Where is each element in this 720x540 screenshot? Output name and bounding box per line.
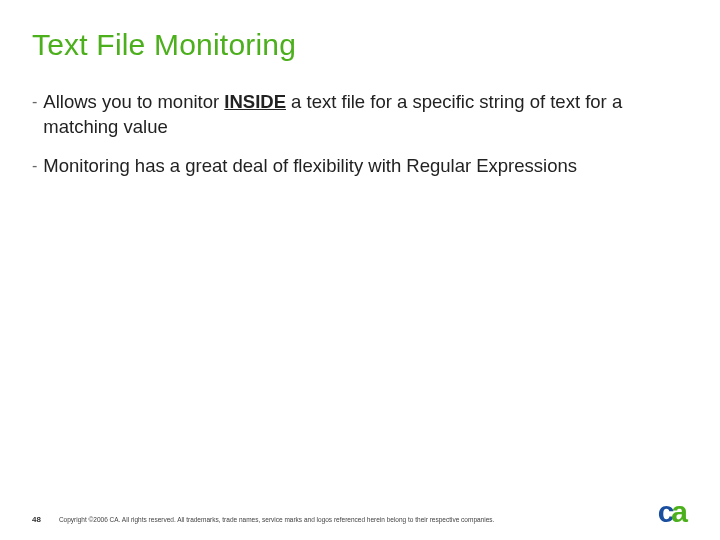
bullet-text-pre: Monitoring has a great deal of flexibili… — [43, 155, 577, 176]
bullet-dash-icon: - — [32, 90, 37, 140]
copyright-text: Copyright ©2006 CA. All rights reserved.… — [59, 516, 494, 523]
ca-logo: ca — [658, 500, 688, 524]
bullet-item: - Allows you to monitor INSIDE a text fi… — [32, 90, 688, 140]
logo-letter-a: a — [671, 500, 688, 524]
bullet-list: - Allows you to monitor INSIDE a text fi… — [32, 90, 688, 179]
footer-left: 48 Copyright ©2006 CA. All rights reserv… — [32, 515, 494, 524]
page-number: 48 — [32, 515, 41, 524]
slide-title: Text File Monitoring — [32, 28, 688, 62]
bullet-text: Allows you to monitor INSIDE a text file… — [43, 90, 688, 140]
slide-footer: 48 Copyright ©2006 CA. All rights reserv… — [32, 500, 688, 524]
bullet-dash-icon: - — [32, 154, 37, 179]
bullet-text-emph: INSIDE — [224, 91, 286, 112]
bullet-item: - Monitoring has a great deal of flexibi… — [32, 154, 688, 179]
bullet-text: Monitoring has a great deal of flexibili… — [43, 154, 688, 179]
slide: Text File Monitoring - Allows you to mon… — [0, 0, 720, 540]
bullet-text-pre: Allows you to monitor — [43, 91, 224, 112]
logo-letter-c: c — [658, 500, 672, 524]
